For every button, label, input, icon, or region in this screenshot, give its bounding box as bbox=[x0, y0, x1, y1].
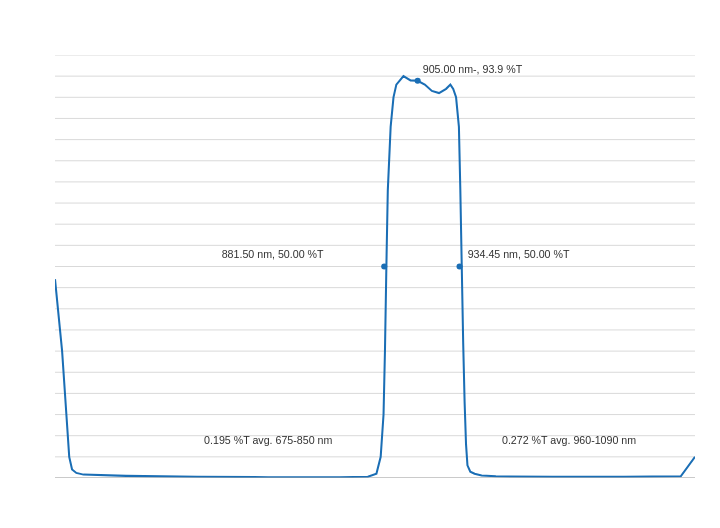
svg-text:934.45 nm, 50.00 %T: 934.45 nm, 50.00 %T bbox=[468, 248, 570, 260]
svg-point-62 bbox=[415, 78, 421, 84]
chart-svg: 650700750800850900950100010501100 051015… bbox=[55, 55, 695, 478]
chart-container: 650700750800850900950100010501100 051015… bbox=[0, 0, 720, 528]
svg-text:0.272 %T avg. 960-1090 nm: 0.272 %T avg. 960-1090 nm bbox=[502, 434, 636, 446]
svg-point-66 bbox=[457, 263, 463, 269]
chart-area: 650700750800850900950100010501100 051015… bbox=[55, 55, 695, 478]
svg-text:905.00 nm-, 93.9 %T: 905.00 nm-, 93.9 %T bbox=[423, 63, 523, 75]
svg-text:881.50 nm, 50.00 %T: 881.50 nm, 50.00 %T bbox=[222, 248, 324, 260]
svg-text:0.195 %T avg. 675-850 nm: 0.195 %T avg. 675-850 nm bbox=[204, 434, 332, 446]
svg-point-64 bbox=[381, 263, 387, 269]
